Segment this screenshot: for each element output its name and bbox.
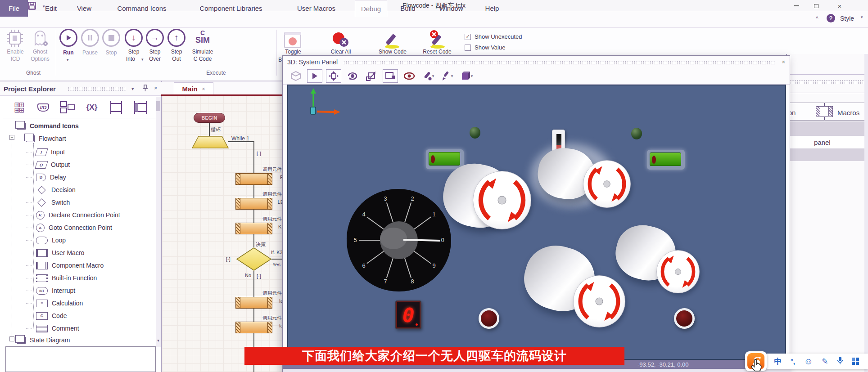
restore-button[interactable] [809, 2, 824, 10]
ime-toolbar[interactable]: 中 °, ☺ ✎ [765, 354, 868, 369]
pin-icon[interactable] [142, 85, 148, 93]
ime-voice-icon[interactable] [837, 356, 843, 366]
step-into-button[interactable]: ↓ [125, 29, 143, 47]
tree-item-built-in-function[interactable]: Built-in Function [26, 273, 97, 283]
tab-main[interactable]: Main × [174, 82, 213, 95]
step-over-button[interactable]: → [146, 29, 164, 47]
macro-bar-icon[interactable] [107, 100, 125, 115]
explorer-scroll-down-icon[interactable]: ▾ [155, 337, 161, 344]
menu-user-macros[interactable]: User Macros [288, 0, 344, 17]
menu-file[interactable]: File [0, 0, 28, 17]
tree-item-decision[interactable]: Decision [26, 184, 76, 195]
tree-item-code[interactable]: CCode [26, 310, 67, 321]
project-explorer-caret-icon[interactable]: ▾ [131, 86, 134, 92]
motor-face[interactable] [583, 160, 631, 208]
macros-header[interactable]: Macros [837, 109, 859, 117]
paintbrush-icon[interactable]: ▾ [439, 69, 455, 83]
ribbon-collapse-icon[interactable]: ^ [816, 15, 818, 22]
toggle-breakpoints-button[interactable] [284, 31, 302, 50]
right-panel-drag-handle[interactable] [790, 80, 866, 84]
menu-build[interactable]: Build [393, 0, 423, 17]
macro-row[interactable] [787, 148, 868, 161]
ghost-options-button[interactable] [32, 29, 50, 49]
resize-tool-button[interactable] [364, 69, 379, 83]
tree-item-input[interactable]: IInput [26, 147, 65, 157]
ime-punctuation-icon[interactable]: °, [791, 358, 795, 365]
move-tool-button[interactable] [326, 69, 341, 83]
led-module-object[interactable] [647, 150, 685, 170]
ime-toolbox-icon[interactable] [852, 358, 859, 365]
menu-help[interactable]: Help [478, 0, 506, 17]
loop-start-node[interactable] [192, 136, 229, 148]
3d-view-icon[interactable] [288, 69, 303, 83]
show-unexecuted-checkbox[interactable]: ✓ Show Unexecuted [465, 33, 522, 40]
reset-code-button[interactable] [428, 30, 448, 51]
clear-all-breakpoints-button[interactable] [331, 31, 350, 50]
menu-component-libraries[interactable]: Component Libraries [184, 0, 278, 17]
solid-cube-icon[interactable]: ▾ [458, 69, 474, 83]
region-select-button[interactable] [383, 69, 398, 83]
motor-face[interactable] [473, 171, 531, 229]
window-scrollbar[interactable] [864, 54, 868, 372]
pause-button[interactable] [81, 29, 99, 47]
ime-chinese-mode-icon[interactable]: 中 [774, 356, 782, 367]
ime-handwriting-icon[interactable]: ✎ [822, 357, 828, 366]
push-button-object[interactable] [674, 308, 695, 329]
macro-row[interactable] [787, 121, 868, 136]
tree-item-loop[interactable]: Loop [26, 235, 66, 246]
menu-view[interactable]: View [71, 0, 98, 17]
collapse-marker[interactable]: [-] [257, 151, 261, 156]
tree-root-command-icons[interactable]: Command Icons [17, 121, 79, 131]
component-macro-block[interactable] [235, 198, 272, 210]
menu-command-icons[interactable]: Command Icons [108, 0, 176, 17]
begin-node[interactable]: BEGIN [194, 113, 225, 123]
led-module-object[interactable] [426, 149, 464, 169]
close-button[interactable]: × [832, 2, 847, 10]
tree-item-declare-connection-point[interactable]: A:Declare Connection Point [26, 210, 120, 220]
wrench-icon[interactable]: ▾ [420, 69, 436, 83]
minimize-button[interactable] [789, 2, 804, 10]
ime-emoji-icon[interactable]: ☺ [804, 356, 813, 367]
tree-item-interrupt[interactable]: INTInterrupt [26, 285, 75, 296]
3d-viewport[interactable]: 0 1 2 3 4 5 6 7 8 9 0 [287, 85, 786, 360]
decision-node[interactable] [236, 247, 271, 271]
rotate-tool-button[interactable] [345, 69, 360, 83]
variables-icon[interactable]: {X} [83, 100, 101, 115]
menu-window[interactable]: Window [431, 0, 471, 17]
component-macro-bar-icon[interactable] [131, 100, 149, 115]
component-macro-block[interactable] [235, 322, 272, 333]
style-menu[interactable]: Style [840, 15, 854, 22]
sphere-object[interactable] [470, 127, 480, 139]
3d-system-panel[interactable]: 3D: System Panel × ▾ ▾ ▾ [282, 55, 790, 372]
project-explorer-drag-handle[interactable] [68, 87, 126, 91]
eye-icon[interactable] [402, 69, 417, 83]
tree-group-state-diagram[interactable]: State Diagram [17, 335, 70, 345]
tree-item-delay[interactable]: DDelay [26, 172, 66, 183]
windows-icon[interactable] [59, 100, 77, 115]
tree-item-comment[interactable]: Comment [26, 323, 79, 334]
collapse-marker-left[interactable]: [-] [226, 256, 231, 262]
menu-debug[interactable]: Debug [355, 0, 387, 17]
menu-edit[interactable]: Edit [37, 0, 64, 17]
component-macro-block[interactable] [235, 223, 272, 234]
state-diagram-expander[interactable]: – [9, 336, 14, 341]
tree-item-output[interactable]: OOutput [26, 159, 70, 170]
step-out-button[interactable]: ↑ [167, 29, 185, 47]
stop-button[interactable] [102, 29, 120, 47]
3d-panel-close-icon[interactable]: × [782, 58, 785, 65]
explorer-scrollbar[interactable] [156, 97, 161, 347]
seven-segment-display[interactable]: 0 [395, 300, 421, 329]
explorer-scrollbar-thumb[interactable] [156, 101, 160, 111]
component-macro-block[interactable] [235, 173, 272, 185]
tree-item-goto-connection-point[interactable]: AGoto Connection Point [26, 222, 112, 233]
rotary-dial-object[interactable]: 0 1 2 3 4 5 6 7 8 9 [345, 186, 453, 294]
motor-face[interactable] [573, 275, 625, 327]
tab-close-icon[interactable]: × [202, 86, 205, 92]
tree-group-flowchart[interactable]: Flowchart [26, 133, 66, 144]
push-button-object[interactable] [479, 308, 499, 329]
project-explorer-close-icon[interactable]: × [154, 85, 158, 91]
tree-item-calculation[interactable]: ≡Calculation [26, 298, 83, 309]
tree-item-user-macro[interactable]: User Macro [26, 247, 84, 258]
simulate-play-button[interactable] [307, 69, 322, 83]
run-caret-icon[interactable]: ▾ [67, 58, 69, 62]
